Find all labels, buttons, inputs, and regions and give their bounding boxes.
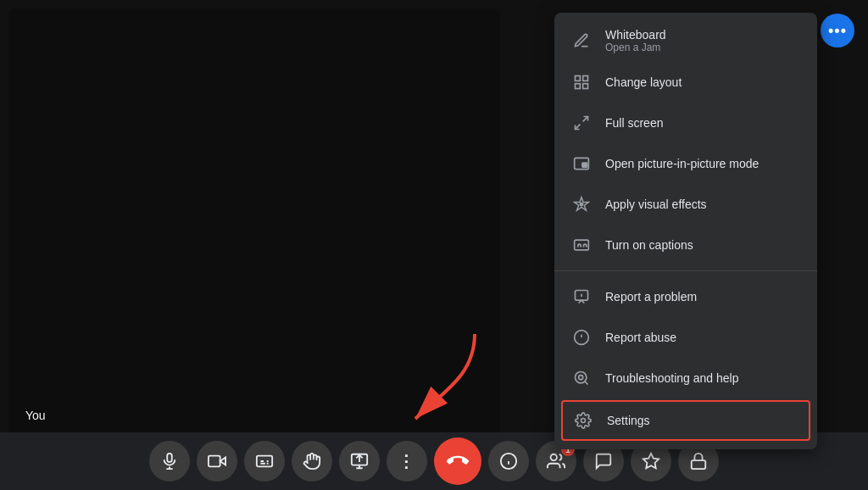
svg-rect-3 (583, 84, 588, 89)
menu-item-full-screen[interactable]: Full screen (554, 103, 817, 143)
info-icon (499, 452, 518, 471)
svg-point-28 (551, 454, 557, 460)
menu-item-captions[interactable]: Turn on captions (554, 225, 817, 265)
full-screen-icon (571, 113, 592, 133)
end-call-icon (447, 450, 469, 472)
menu-item-settings[interactable]: Settings (561, 400, 810, 441)
activities-icon (642, 452, 660, 471)
raise-hand-icon (303, 452, 321, 471)
svg-line-4 (583, 117, 588, 122)
whiteboard-icon (571, 31, 592, 51)
captions-button[interactable] (244, 441, 285, 482)
svg-point-15 (576, 372, 587, 383)
svg-marker-29 (643, 454, 659, 468)
more-options-icon: ••• (828, 22, 847, 40)
more-options-button[interactable]: ••• (821, 14, 854, 47)
menu-item-pip[interactable]: Open picture-in-picture mode (554, 143, 817, 184)
svg-line-5 (576, 125, 581, 130)
svg-point-17 (581, 419, 586, 423)
mic-icon (160, 452, 179, 471)
mic-button[interactable] (149, 441, 190, 482)
svg-rect-2 (576, 84, 581, 89)
dropdown-menu: Whiteboard Open a Jam Change layout (554, 13, 817, 449)
info-button[interactable] (488, 441, 529, 482)
menu-item-report-abuse[interactable]: Report abuse (554, 317, 817, 358)
lock-icon (689, 452, 708, 471)
camera-icon (208, 452, 226, 471)
chat-icon (594, 452, 613, 471)
more-options-toolbar-button[interactable]: ⋮ (387, 441, 427, 482)
people-icon (547, 452, 565, 471)
menu-item-change-layout[interactable]: Change layout (554, 62, 817, 103)
svg-rect-22 (257, 456, 272, 467)
svg-rect-19 (167, 454, 172, 462)
camera-button[interactable] (197, 441, 237, 482)
svg-rect-0 (576, 76, 581, 81)
end-call-button[interactable] (434, 437, 481, 485)
change-layout-icon (571, 72, 592, 92)
troubleshooting-icon (571, 368, 592, 388)
video-area: You sco-wxux-ikk ••• Whiteboard Open a J… (0, 0, 868, 490)
menu-item-whiteboard[interactable]: Whiteboard Open a Jam (554, 19, 817, 62)
raise-hand-button[interactable] (292, 441, 332, 482)
menu-item-visual-effects[interactable]: Apply visual effects (554, 184, 817, 225)
present-icon (350, 452, 369, 471)
you-label: You (25, 409, 46, 422)
settings-icon (573, 410, 593, 431)
svg-rect-1 (583, 76, 588, 81)
present-button[interactable] (339, 441, 380, 482)
svg-marker-20 (220, 457, 225, 465)
captions-icon (571, 235, 592, 255)
svg-point-16 (579, 376, 583, 380)
svg-rect-7 (582, 163, 587, 167)
more-options-toolbar-icon: ⋮ (398, 451, 416, 471)
report-abuse-icon (571, 327, 592, 348)
menu-divider-1 (554, 270, 817, 271)
video-tile (8, 8, 500, 449)
report-problem-icon (571, 287, 592, 307)
svg-point-9 (580, 203, 582, 205)
pip-icon (571, 153, 592, 174)
menu-item-troubleshooting[interactable]: Troubleshooting and help (554, 358, 817, 398)
captions-toolbar-icon (255, 452, 274, 471)
menu-item-report-problem[interactable]: Report a problem (554, 276, 817, 317)
visual-effects-icon (571, 194, 592, 214)
svg-rect-21 (209, 456, 220, 467)
whiteboard-text: Whiteboard Open a Jam (605, 28, 666, 53)
svg-rect-30 (692, 460, 706, 469)
